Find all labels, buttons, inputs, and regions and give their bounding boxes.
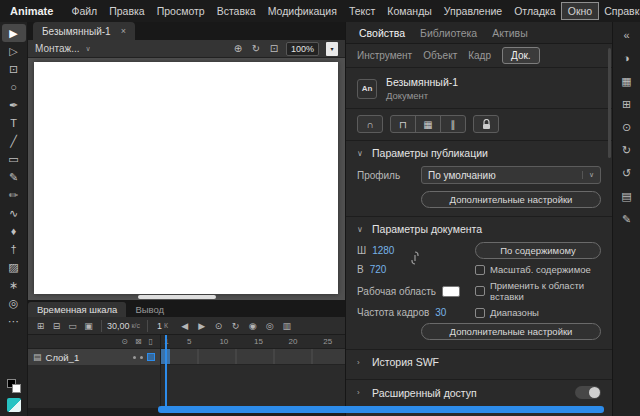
layer-visibility-toggle[interactable]	[133, 356, 136, 359]
snap-to-objects-button[interactable]: ∩	[357, 115, 383, 133]
swf-history-header[interactable]: › История SWF	[346, 350, 612, 373]
frames-area[interactable]: 1510152025	[161, 335, 345, 408]
layer-name[interactable]: Слой_1	[46, 352, 80, 363]
paint-bucket-tool[interactable]: ♦	[2, 222, 26, 240]
layer-lock-toggle[interactable]	[140, 356, 143, 359]
snap-to-guides-button[interactable]: ∥	[440, 115, 466, 133]
lock-all-icon[interactable]: ⊠	[135, 337, 142, 346]
frame-ruler[interactable]: 1510152025	[161, 335, 345, 349]
scene-menu[interactable]: Монтаж...	[35, 43, 80, 54]
eraser-tool[interactable]: ▨	[2, 258, 26, 276]
menu-item[interactable]: Управление	[438, 3, 508, 19]
history-panel-icon[interactable]: ↺	[617, 165, 637, 181]
outline-all-icon[interactable]: ▯	[149, 337, 153, 346]
menu-item[interactable]: Отладка	[508, 3, 562, 19]
collapse-panels-icon[interactable]: «	[617, 27, 637, 43]
center-stage-icon[interactable]: ⊕	[230, 43, 246, 54]
apply-to-paste-checkbox[interactable]: Применить к области вставки	[475, 280, 601, 302]
zoom-tool[interactable]: ◎	[2, 294, 26, 312]
components-panel-icon[interactable]: ▤	[617, 188, 637, 204]
hand-tool[interactable]: ∗	[2, 276, 26, 294]
onion-outlines-icon[interactable]: ◎	[262, 321, 277, 331]
zoom-level-field[interactable]: 100%	[286, 42, 319, 56]
free-transform-tool[interactable]: ⊡	[2, 60, 26, 78]
onion-skin-icon[interactable]: ◉	[245, 321, 260, 331]
layer-frames-row[interactable]	[161, 349, 345, 365]
properties-tab[interactable]: Библиотека	[420, 27, 477, 39]
center-playhead-icon[interactable]: ⊙	[211, 321, 226, 331]
timeline-tab[interactable]: Вывод	[126, 302, 173, 317]
menu-item[interactable]: Справка	[598, 3, 640, 19]
lock-guides-button[interactable]	[473, 115, 499, 133]
zoom-dropdown-button[interactable]: ▾	[326, 42, 338, 56]
document-tab[interactable]: Безымянный-1 ×	[33, 22, 135, 40]
profile-select[interactable]: По умолчанию ∨	[421, 166, 601, 184]
menu-item[interactable]: Вставка	[211, 3, 262, 19]
camera-icon[interactable]: ▣	[81, 321, 96, 331]
pencil-tool[interactable]: ✎	[2, 168, 26, 186]
swatches-panel-icon[interactable]: ▦	[617, 73, 637, 89]
scale-content-checkbox[interactable]: Масштаб. содержимое	[475, 264, 601, 275]
properties-subtab[interactable]: Инструмент	[357, 50, 412, 61]
properties-subtab[interactable]: Док.	[502, 47, 540, 64]
chevron-down-icon[interactable]: ∨	[86, 45, 91, 53]
insert-blank-keyframe-icon[interactable]: ⊟	[49, 321, 64, 331]
show-hide-all-icon[interactable]: ⊙	[121, 337, 128, 346]
menu-item[interactable]: Команды	[381, 3, 438, 19]
menu-item[interactable]: Правка	[103, 3, 150, 19]
delete-frame-icon[interactable]: ▭	[65, 321, 80, 331]
color-panel-icon[interactable]: ◑	[617, 50, 637, 66]
publish-settings-header[interactable]: ∨ Параметры публикации	[346, 141, 612, 164]
playhead[interactable]	[165, 335, 167, 408]
clip-content-icon[interactable]: ⊡	[266, 43, 282, 54]
pasteboard[interactable]	[28, 58, 345, 300]
frame-rate-value[interactable]: 30,00	[107, 321, 130, 331]
document-more-settings-button[interactable]: Дополнительные настройки	[421, 323, 601, 340]
selection-tool[interactable]: ▶	[2, 24, 26, 42]
step-forward-icon[interactable]: ▶	[194, 321, 209, 331]
menu-item[interactable]: Текст	[343, 3, 381, 19]
edit-toolbar-button[interactable]: ⋯	[2, 312, 26, 330]
menu-item[interactable]: Файл	[65, 3, 103, 19]
height-field[interactable]: 720	[370, 264, 387, 275]
stage-horizontal-scrollbar[interactable]	[138, 295, 216, 299]
eyedropper-tool[interactable]: †	[2, 240, 26, 258]
width-field[interactable]: 1280	[372, 245, 394, 256]
fill-color-swatch[interactable]	[12, 384, 21, 393]
accessibility-header[interactable]: › Расширенный доступ	[346, 380, 612, 404]
bone-tool[interactable]: ∿	[2, 204, 26, 222]
properties-subtab[interactable]: Кадр	[468, 50, 491, 61]
line-tool[interactable]: ╱	[2, 132, 26, 150]
stage-color-swatch[interactable]	[442, 286, 460, 297]
close-tab-icon[interactable]: ×	[121, 26, 126, 36]
layer-outline-color[interactable]	[147, 353, 155, 361]
link-dimensions-icon[interactable]	[410, 251, 420, 265]
colors-widget-icon[interactable]	[7, 398, 21, 412]
properties-tab[interactable]: Активы	[492, 27, 528, 39]
transform-panel-icon[interactable]: ↻	[617, 142, 637, 158]
step-back-icon[interactable]: ◀	[177, 321, 192, 331]
publish-more-settings-button[interactable]: Дополнительные настройки	[421, 191, 601, 208]
loop-icon[interactable]: ↻	[228, 321, 243, 331]
properties-tab[interactable]: Свойства	[359, 27, 405, 39]
rotate-stage-icon[interactable]: ↻	[248, 43, 264, 54]
insert-keyframe-icon[interactable]: ⊞	[33, 321, 48, 331]
subselection-tool[interactable]: ▷	[2, 42, 26, 60]
properties-scrollbar[interactable]	[608, 48, 611, 158]
menu-item[interactable]: Просмотр	[151, 3, 211, 19]
pen-tool[interactable]: ✒	[2, 96, 26, 114]
edit-multiple-frames-icon[interactable]: ▥	[279, 321, 294, 331]
stroke-fill-swatches[interactable]	[7, 379, 21, 393]
snap-align-button[interactable]: ⊓	[390, 115, 416, 133]
rectangle-tool[interactable]: ▭	[2, 150, 26, 168]
layer-row[interactable]: ▤ Слой_1	[28, 349, 160, 365]
text-tool[interactable]: T	[2, 114, 26, 132]
ranges-checkbox[interactable]: Диапазоны	[475, 307, 601, 318]
brush-tool[interactable]: ✏	[2, 186, 26, 204]
menu-item[interactable]: Окно	[562, 3, 598, 19]
info-panel-icon[interactable]: ⊙	[617, 119, 637, 135]
properties-subtab[interactable]: Объект	[423, 50, 457, 61]
accessibility-toggle[interactable]	[575, 386, 601, 399]
align-panel-icon[interactable]: ⊞	[617, 96, 637, 112]
current-frame-value[interactable]: 1	[157, 321, 162, 331]
